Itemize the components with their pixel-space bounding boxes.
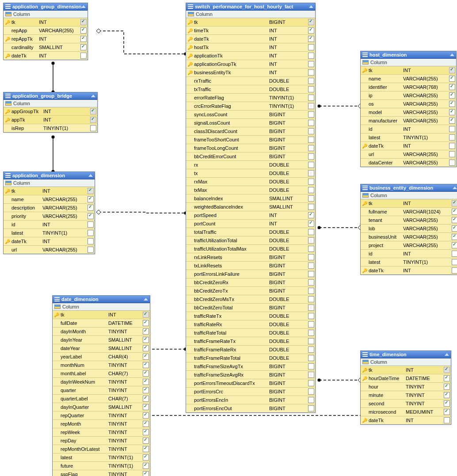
nullable-checkbox[interactable] bbox=[449, 143, 455, 149]
nullable-checkbox[interactable] bbox=[449, 84, 455, 90]
table-row[interactable]: projectVARCHAR(255) bbox=[361, 241, 457, 250]
table-row[interactable]: cardinalitySMALLINT bbox=[4, 43, 88, 52]
nullable-checkbox[interactable] bbox=[308, 397, 314, 403]
table-row[interactable]: nameVARCHAR(255) bbox=[4, 195, 95, 204]
nullable-checkbox[interactable] bbox=[308, 237, 314, 244]
nullable-checkbox[interactable] bbox=[88, 213, 94, 219]
nullable-checkbox[interactable] bbox=[308, 195, 314, 202]
nullable-checkbox[interactable] bbox=[308, 246, 314, 252]
table-row[interactable]: rxLinkResetsBIGINT bbox=[186, 253, 315, 262]
nullable-checkbox[interactable] bbox=[308, 212, 314, 218]
nullable-checkbox[interactable] bbox=[308, 254, 314, 260]
nullable-checkbox[interactable] bbox=[308, 27, 314, 34]
collapse-icon[interactable] bbox=[450, 53, 454, 56]
table-row[interactable]: bbCreditErrorCountBIGINT bbox=[186, 152, 315, 161]
table-row[interactable]: bbCreditZeroTotalBIGINT bbox=[186, 304, 315, 312]
nullable-checkbox[interactable] bbox=[80, 36, 87, 42]
table-row[interactable]: isRepTINYINT(1) bbox=[4, 124, 97, 132]
table-row[interactable]: dayInWeekNumTINYINT bbox=[53, 378, 150, 386]
entity-dateDim[interactable]: date_dimensionColumn🔑tkINTfullDateDATETI… bbox=[52, 295, 150, 476]
table-row[interactable]: trafficRateTxDOUBLE bbox=[186, 312, 315, 320]
table-row[interactable]: 🔑appTkINT bbox=[4, 116, 97, 124]
nullable-checkbox[interactable] bbox=[308, 405, 314, 411]
table-row[interactable]: bbCreditZeroRxBIGINT bbox=[186, 278, 315, 287]
entity-timeDim[interactable]: time_dimensionColumn🔑tkINT🔑hourDateTimeD… bbox=[360, 350, 451, 425]
table-row[interactable]: 🔑timeTkINT bbox=[186, 27, 315, 35]
collapse-icon[interactable] bbox=[81, 5, 86, 8]
table-row[interactable]: latestTINYINT(1) bbox=[361, 133, 456, 142]
table-row[interactable]: trafficUtilizationTotalDOUBLE bbox=[186, 236, 315, 245]
nullable-checkbox[interactable] bbox=[308, 330, 314, 336]
table-row[interactable]: portSpeedINT bbox=[186, 211, 315, 220]
nullable-checkbox[interactable] bbox=[449, 118, 455, 124]
nullable-checkbox[interactable] bbox=[143, 438, 149, 444]
table-row[interactable]: osVARCHAR(255) bbox=[361, 100, 456, 108]
table-row[interactable]: minuteTINYINT bbox=[361, 391, 451, 400]
table-row[interactable]: repQuarterTINYINT bbox=[53, 411, 150, 420]
nullable-checkbox[interactable] bbox=[308, 137, 314, 143]
table-row[interactable]: dayInMonthTINYINT bbox=[53, 327, 150, 336]
table-row[interactable]: rxMaxDOUBLE bbox=[186, 178, 315, 186]
table-row[interactable]: 🔑dateTkINT bbox=[4, 237, 95, 246]
table-row[interactable]: idINT bbox=[361, 250, 457, 258]
table-row[interactable]: frameTooShortCountBIGINT bbox=[186, 136, 315, 144]
nullable-checkbox[interactable] bbox=[308, 321, 314, 327]
table-row[interactable]: sspFlagTINYINT bbox=[53, 470, 150, 476]
collapse-icon[interactable] bbox=[453, 187, 457, 189]
table-row[interactable]: rxTrafficDOUBLE bbox=[186, 77, 315, 85]
table-row[interactable]: trafficUtilizationTotalMaxDOUBLE bbox=[186, 245, 315, 253]
nullable-checkbox[interactable] bbox=[308, 380, 314, 386]
nullable-checkbox[interactable] bbox=[308, 145, 314, 151]
nullable-checkbox[interactable] bbox=[90, 125, 96, 131]
table-row[interactable]: signalLossCountBIGINT bbox=[186, 119, 315, 127]
table-row[interactable]: trafficFrameRateRxDOUBLE bbox=[186, 346, 315, 354]
table-row[interactable]: monthNumTINYINT bbox=[53, 361, 150, 369]
nullable-checkbox[interactable] bbox=[452, 267, 457, 274]
table-row[interactable]: 🔑dateTkINT bbox=[361, 267, 457, 274]
table-row[interactable]: priorityVARCHAR(255) bbox=[4, 212, 95, 221]
table-row[interactable]: 🔑appGroupTkINT bbox=[4, 107, 97, 116]
nullable-checkbox[interactable] bbox=[452, 234, 457, 240]
table-row[interactable]: ipVARCHAR(255) bbox=[361, 91, 456, 100]
table-row[interactable]: secondTINYINT bbox=[361, 400, 451, 408]
nullable-checkbox[interactable] bbox=[308, 95, 314, 101]
nullable-checkbox[interactable] bbox=[308, 19, 314, 25]
table-row[interactable]: 🔑tkINT bbox=[4, 18, 88, 27]
nullable-checkbox[interactable] bbox=[308, 179, 314, 185]
nullable-checkbox[interactable] bbox=[449, 134, 455, 141]
nullable-checkbox[interactable] bbox=[308, 170, 314, 176]
table-row[interactable]: dayInYearSMALLINT bbox=[53, 336, 150, 344]
nullable-checkbox[interactable] bbox=[143, 404, 149, 410]
nullable-checkbox[interactable] bbox=[143, 337, 149, 343]
nullable-checkbox[interactable] bbox=[88, 188, 94, 194]
nullable-checkbox[interactable] bbox=[143, 379, 149, 385]
table-row[interactable]: portErrorsTimeoutDiscardTxBIGINT bbox=[186, 379, 315, 388]
nullable-checkbox[interactable] bbox=[444, 417, 450, 423]
table-row[interactable]: futureTINYINT(1) bbox=[53, 462, 150, 470]
table-row[interactable]: bbCreditZeroTxBIGINT bbox=[186, 287, 315, 295]
table-row[interactable]: monthLabelCHAR(7) bbox=[53, 369, 150, 378]
nullable-checkbox[interactable] bbox=[143, 354, 149, 360]
table-row[interactable]: 🔑hostTkINT bbox=[186, 43, 315, 52]
table-row[interactable]: 🔑tkBIGINT bbox=[186, 18, 315, 27]
nullable-checkbox[interactable] bbox=[444, 409, 450, 415]
table-row[interactable]: tenantVARCHAR(255) bbox=[361, 216, 457, 225]
table-row[interactable]: latestTINYINT(1) bbox=[361, 258, 457, 267]
nullable-checkbox[interactable] bbox=[308, 372, 314, 378]
table-row[interactable]: txLinkResetsBIGINT bbox=[186, 262, 315, 270]
table-row[interactable]: trafficRateTotalDOUBLE bbox=[186, 329, 315, 337]
entity-title-bar[interactable]: host_dimension bbox=[361, 51, 456, 59]
nullable-checkbox[interactable] bbox=[308, 305, 314, 311]
table-row[interactable]: 🔑applicationTkINT bbox=[186, 52, 315, 60]
nullable-checkbox[interactable] bbox=[143, 471, 149, 476]
table-row[interactable]: repAppVARCHAR(255) bbox=[4, 27, 88, 35]
table-row[interactable]: bbCreditZeroMsTxDOUBLE bbox=[186, 295, 315, 304]
nullable-checkbox[interactable] bbox=[90, 117, 96, 123]
table-row[interactable]: trafficFrameSizeAvgRxBIGINT bbox=[186, 371, 315, 379]
nullable-checkbox[interactable] bbox=[143, 429, 149, 435]
nullable-checkbox[interactable] bbox=[308, 296, 314, 302]
entity-fact[interactable]: switch_performance_for_host_hourly_factC… bbox=[186, 3, 316, 413]
table-row[interactable]: txDOUBLE bbox=[186, 169, 315, 178]
nullable-checkbox[interactable] bbox=[444, 367, 450, 373]
nullable-checkbox[interactable] bbox=[308, 103, 314, 109]
